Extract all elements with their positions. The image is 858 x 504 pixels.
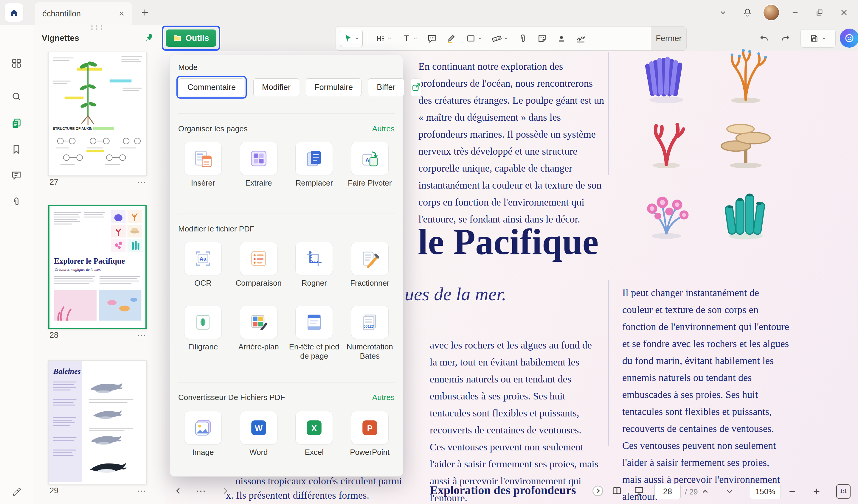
shape-tool-button[interactable] bbox=[464, 30, 484, 47]
user-avatar[interactable] bbox=[764, 5, 779, 20]
reading-mode-icon[interactable] bbox=[610, 484, 623, 498]
tool-item-comparaison[interactable]: Comparaison bbox=[231, 242, 287, 288]
undo-button[interactable] bbox=[758, 32, 771, 45]
pin-panel-icon[interactable] bbox=[142, 32, 155, 45]
heading-tool-button[interactable]: H bbox=[373, 30, 394, 47]
tool-item-remplacer[interactable]: Remplacer bbox=[286, 142, 342, 188]
tool-item-label: Faire Pivoter bbox=[348, 178, 392, 188]
signature-tool-button[interactable] bbox=[574, 30, 588, 47]
thumbnail-page-27[interactable]: STRUCTURE OF AUXIN bbox=[48, 52, 147, 176]
mode-biffer-button[interactable]: Biffer bbox=[368, 78, 404, 96]
minimize-button[interactable] bbox=[790, 7, 800, 18]
tool-item-powerpoint[interactable]: P PowerPoint bbox=[342, 411, 398, 457]
new-tab-button[interactable] bbox=[138, 6, 152, 19]
tool-item-inserer[interactable]: Insérer bbox=[175, 142, 231, 188]
fit-label: 1:1 bbox=[840, 488, 847, 494]
zoom-in-button[interactable] bbox=[810, 485, 823, 498]
page-down-chevron-icon[interactable] bbox=[723, 485, 736, 498]
document-paragraph-2: avec les rochers et les algues au fond d… bbox=[430, 337, 599, 504]
redo-button[interactable] bbox=[779, 32, 792, 45]
tool-item-image[interactable]: Image bbox=[175, 411, 231, 457]
tool-item-label: Filigrane bbox=[188, 342, 218, 352]
search-icon[interactable] bbox=[9, 90, 23, 104]
expand-statusbar-button[interactable] bbox=[591, 484, 604, 498]
stamp-tool-button[interactable] bbox=[554, 30, 569, 47]
save-button[interactable] bbox=[800, 29, 836, 48]
previous-page-button[interactable] bbox=[172, 484, 185, 498]
thumbnail-page-28[interactable]: Explorer le Pacifique Créatures magiques… bbox=[48, 205, 147, 329]
document-title: le Pacifique bbox=[418, 221, 599, 263]
inserer-icon bbox=[185, 142, 221, 175]
open-in-new-window-button[interactable] bbox=[411, 78, 422, 96]
thumbnails-panel-icon[interactable] bbox=[9, 116, 23, 130]
comment-tool-button[interactable] bbox=[425, 30, 439, 47]
close-button[interactable] bbox=[839, 7, 849, 18]
panel-drag-handle[interactable] bbox=[90, 25, 103, 30]
select-tool-button[interactable] bbox=[340, 30, 363, 47]
toolbar-collapse-chevron-icon[interactable] bbox=[718, 7, 728, 18]
fit-page-button[interactable]: 1:1 bbox=[836, 484, 851, 499]
notifications-bell-icon[interactable] bbox=[742, 6, 753, 18]
page-number-input[interactable] bbox=[654, 484, 681, 499]
tool-item-label: Numérotation Bates bbox=[343, 342, 397, 361]
highlight-tool-button[interactable] bbox=[444, 30, 459, 47]
autres-link[interactable]: Autres bbox=[372, 124, 395, 133]
page-nav-more-icon[interactable]: ⋯ bbox=[194, 484, 207, 498]
thumbnail-page-29[interactable]: Baleines bbox=[48, 360, 147, 484]
signature-pen-icon[interactable] bbox=[9, 486, 23, 500]
page-up-chevron-icon[interactable] bbox=[699, 485, 712, 498]
measure-tool-button[interactable] bbox=[490, 30, 510, 47]
mode-commentaire-button[interactable]: Commentaire bbox=[179, 78, 244, 96]
tool-item-rogner[interactable]: Rogner bbox=[286, 242, 342, 288]
faire-pivoter-icon: A bbox=[351, 142, 388, 175]
home-button[interactable] bbox=[5, 3, 23, 22]
tool-item-word[interactable]: W Word bbox=[231, 411, 287, 457]
more-icon[interactable]: ⋯ bbox=[137, 486, 147, 496]
mode-formulaire-button[interactable]: Formulaire bbox=[306, 78, 362, 96]
zoom-level-dropdown[interactable]: 150% bbox=[750, 484, 781, 499]
next-page-button[interactable] bbox=[219, 484, 232, 498]
home-icon bbox=[9, 7, 19, 18]
attachments-panel-icon[interactable] bbox=[9, 195, 23, 209]
document-tab[interactable]: échantillon bbox=[35, 2, 132, 25]
tool-item-excel[interactable]: X Excel bbox=[286, 411, 342, 457]
mode-section-label: Mode bbox=[178, 63, 197, 72]
tool-item-label: Extraire bbox=[245, 178, 272, 188]
tool-item-label: Word bbox=[250, 448, 268, 457]
more-icon[interactable]: ⋯ bbox=[137, 330, 147, 340]
plate-coral-image bbox=[714, 112, 777, 171]
presentation-mode-icon[interactable] bbox=[632, 484, 646, 498]
apps-grid-icon[interactable] bbox=[9, 56, 23, 70]
tool-item-numerotation-bates[interactable]: 00123 Numérotation Bates bbox=[342, 306, 398, 361]
bookmarks-icon[interactable] bbox=[9, 142, 23, 157]
outils-button[interactable]: Outils bbox=[166, 30, 216, 47]
tool-item-ocr[interactable]: Aa OCR bbox=[175, 242, 231, 288]
red-coral-image bbox=[635, 112, 698, 171]
maximize-button[interactable] bbox=[814, 7, 825, 18]
tool-item-fractionner[interactable]: Fractionner bbox=[342, 242, 398, 288]
tool-item-label: Rogner bbox=[302, 278, 327, 288]
column-divider bbox=[608, 280, 608, 445]
tool-item-faire-pivoter[interactable]: A Faire Pivoter bbox=[342, 142, 398, 188]
page-total-label: / 29 bbox=[685, 487, 698, 497]
svg-text:00123: 00123 bbox=[363, 324, 374, 328]
tool-item-filigrane[interactable]: Filigrane bbox=[175, 306, 231, 361]
tool-item-en-tete-pied[interactable]: En-tête et pied de page bbox=[286, 306, 342, 361]
teal-tube-coral-image bbox=[714, 182, 777, 241]
commentaire-highlight-box: Commentaire bbox=[176, 76, 247, 99]
tool-item-extraire[interactable]: Extraire bbox=[231, 142, 287, 188]
ocr-icon: Aa bbox=[185, 242, 221, 275]
comments-panel-icon[interactable] bbox=[9, 168, 23, 182]
tab-close-icon[interactable] bbox=[118, 10, 125, 17]
mode-modifier-button[interactable]: Modifier bbox=[253, 78, 299, 96]
attach-tool-button[interactable] bbox=[515, 30, 530, 47]
orange-coral-image bbox=[714, 47, 777, 105]
tool-item-arriere-plan[interactable]: Arrière-plan bbox=[231, 306, 287, 361]
ai-assistant-button[interactable] bbox=[840, 29, 858, 48]
zoom-out-button[interactable] bbox=[785, 485, 799, 498]
autres-link[interactable]: Autres bbox=[372, 393, 395, 402]
convertisseur-tools-grid: Image W Word X Excel P PowerPoint bbox=[175, 411, 398, 457]
text-tool-button[interactable]: T bbox=[399, 30, 420, 47]
more-icon[interactable]: ⋯ bbox=[137, 177, 147, 188]
sticker-tool-button[interactable] bbox=[535, 30, 549, 47]
